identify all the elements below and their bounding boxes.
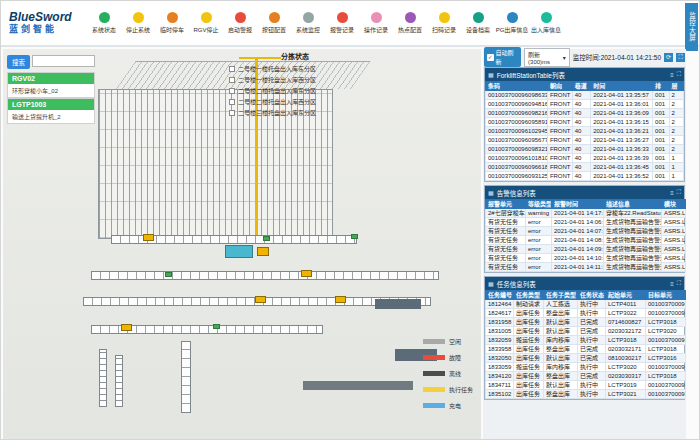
checkbox-icon[interactable] <box>229 110 235 116</box>
table-row[interactable]: 有货无任务error2021-04-01 14:08:10生成货物再运输告警通道… <box>486 236 686 245</box>
table-cell: ASRS.LG2 <box>662 218 686 227</box>
table-row[interactable]: 1835102出库任务整盘出库执行中LCTP302100100370009609… <box>486 390 686 399</box>
sorting-option[interactable]: 二号楼一楼托盘出入库西分区 <box>229 75 361 84</box>
toolbar-button[interactable]: 报警记录 <box>325 12 359 34</box>
table-row[interactable]: 1812464制动请求人工拣选执行中LCTP401100100370009609… <box>486 300 686 309</box>
table-row[interactable]: 2#七层穿梭车出口warning2021-04-01 14:17:52穿梭车22… <box>486 209 686 218</box>
table-menu-icon[interactable]: ≡ <box>670 190 674 196</box>
table-row[interactable]: 0010037000960986339FRONT402021-04-01 13:… <box>486 91 684 100</box>
table-cell: 0010037000960966 <box>646 390 686 399</box>
table-cell: 制动请求 <box>514 300 544 309</box>
agv-icon[interactable] <box>301 270 312 277</box>
lift-column <box>115 355 123 407</box>
table-row[interactable]: 0010037000961018106FRONT402021-04-01 13:… <box>486 154 684 163</box>
checkbox-icon[interactable] <box>229 66 235 72</box>
table-row[interactable]: 有货无任务error2021-04-01 14:11:36生成货物再运输告警通道… <box>486 263 686 272</box>
table-row[interactable]: 0010037000960982162FRONT402021-04-01 13:… <box>486 109 684 118</box>
table-row[interactable]: 1831005出库任务默认出库已完成0203032172LCTP3020 <box>486 327 686 336</box>
table-cell: error <box>526 218 552 227</box>
search-input[interactable] <box>32 55 95 67</box>
table-expand-icon[interactable]: ⛶ <box>677 189 681 196</box>
table-row[interactable]: 0010037000960966186FRONT402021-04-01 13:… <box>486 163 684 172</box>
table-row[interactable]: 有货无任务error2021-04-01 14:07:32生成货物再运输告警通道… <box>486 227 686 236</box>
monitor-screen-tab[interactable]: 监控大屏 <box>685 3 698 51</box>
toolbar-button[interactable]: 启动警报 <box>223 12 257 34</box>
table-cell: 2021-04-01 14:10:17 <box>552 254 604 263</box>
legend-item: 充电 <box>423 401 473 410</box>
table-cell: 0010037000960983218 <box>486 145 548 154</box>
table-cell: 整盘出库 <box>544 309 578 318</box>
table-title-bar: ▦ 任务信息列表 ≡ ⛶ <box>485 277 684 290</box>
sorting-option[interactable]: 二号楼二楼托盘出入库西分区 <box>229 97 361 106</box>
table-row[interactable]: 1833059搬运任务库内移库执行中LCTP302000100370009609… <box>486 363 686 372</box>
toolbar-button[interactable]: PG出库信息 <box>495 12 529 34</box>
table-row[interactable]: 1832059搬运任务库内移库执行中LCTP301800100370009609… <box>486 336 686 345</box>
table-cell: error <box>526 245 552 254</box>
top-toolbar: BlueSword 蓝剑智能 系统状态 停止系统 临时停车 <box>1 1 699 47</box>
toolbar-button[interactable]: 操作记录 <box>359 12 393 34</box>
sorting-option[interactable]: 二号楼二楼托盘出入库东分区 <box>229 86 361 95</box>
toolbar-button[interactable]: 扫码记录 <box>427 12 461 34</box>
table-row[interactable]: 1831958出库任务默认出库已完成0714600827LCTP3018 <box>486 318 686 327</box>
table-cell: 2021-04-01 14:07:32 <box>552 227 604 236</box>
table-cell: 2021-04-01 13:36:09 <box>591 109 653 118</box>
toolbar-button[interactable]: 临时停车 <box>155 12 189 34</box>
table-row[interactable]: 1824617出库任务整盘出库执行中LCTP302200100370009609… <box>486 309 686 318</box>
table-row[interactable]: 1833958出库任务整盘出库已完成0203032171LCTP3018 <box>486 345 686 354</box>
table-cell: 2021-04-01 14:11:36 <box>552 263 604 272</box>
refresh-icon[interactable]: ⟳ <box>664 53 673 62</box>
table-expand-icon[interactable]: ⛶ <box>677 280 681 287</box>
auto-refresh-toggle[interactable]: ✓ 自动刷新 <box>484 47 521 67</box>
grid-icon: ▦ <box>488 189 494 196</box>
expand-icon[interactable]: ⛶ <box>676 53 685 62</box>
agv-icon[interactable] <box>143 234 154 241</box>
device-card[interactable]: RGV02 环形穿梭小车_02 <box>7 72 95 98</box>
table-cell: 默认出库 <box>544 318 578 327</box>
table-row[interactable]: 1834711出库任务默认出库执行中LCTP301900100370009609… <box>486 381 686 390</box>
table-row[interactable]: 0010037000960948168FRONT402021-04-01 13:… <box>486 100 684 109</box>
table-row[interactable]: 0010037000960983218FRONT402021-04-01 13:… <box>486 145 684 154</box>
table-row[interactable]: 0010037000960958917FRONT402021-04-01 13:… <box>486 118 684 127</box>
toolbar-icon <box>235 12 246 23</box>
table-cell: 2 <box>669 145 683 154</box>
sorting-option[interactable]: 二号楼一楼托盘出入库东分区 <box>229 64 361 73</box>
table-row[interactable]: 有货无任务error2021-04-01 14:09:02生成货物再运输告警通道… <box>486 245 686 254</box>
table-expand-icon[interactable]: ⛶ <box>677 71 681 78</box>
refresh-rate-select[interactable]: 刷新(300)ms ▾ <box>524 48 570 67</box>
table-row[interactable]: 0010037000960956770FRONT402021-04-01 13:… <box>486 136 684 145</box>
checkbox-icon[interactable] <box>229 99 235 105</box>
table-row[interactable]: 有货无任务error2021-04-01 14:06:54生成货物再运输告警通道… <box>486 218 686 227</box>
toolbar-button[interactable]: 系统状态 <box>87 12 121 34</box>
table-row[interactable]: 0010037000960931251FRONT402021-04-01 13:… <box>486 172 684 181</box>
palletizer-icon <box>225 245 253 258</box>
table-row[interactable]: 有货无任务error2021-04-01 14:10:17生成货物再运输告警通道… <box>486 254 686 263</box>
agv-icon[interactable] <box>121 324 132 331</box>
agv-icon[interactable] <box>335 296 346 303</box>
toolbar-button[interactable]: 系统监控 <box>291 12 325 34</box>
warehouse-3d-view[interactable]: 搜索 RGV02 环形穿梭小车_02 LGTP1003 输送上货提升机_2 <box>3 49 481 439</box>
toolbar-button[interactable]: 按钮配置 <box>257 12 291 34</box>
table-cell: 40 <box>572 172 591 181</box>
table-row[interactable]: 0010037000961029457FRONT402021-04-01 13:… <box>486 127 684 136</box>
table-cell: 生成货物再运输告警通道 <box>604 227 662 236</box>
toolbar-button[interactable]: 热点配置 <box>393 12 427 34</box>
device-card[interactable]: LGTP1003 输送上货提升机_2 <box>7 98 95 124</box>
table-cell: 生成货物再运输告警通道 <box>604 245 662 254</box>
search-button[interactable]: 搜索 <box>7 55 30 69</box>
toolbar-button[interactable]: 设备档案 <box>461 12 495 34</box>
table-head: 任务编号任务类型任务子类型任务状态起始单元目标单元 <box>486 291 686 300</box>
checkbox-icon[interactable] <box>229 77 235 83</box>
table-cell: 任务状态 <box>578 291 606 300</box>
table-row[interactable]: 1834120出库任务整盘出库已完成0203030317LCTP3018 <box>486 372 686 381</box>
table-menu-icon[interactable]: ≡ <box>670 281 674 287</box>
table-row[interactable]: 1832050出库任务默认出库已完成0810030217LCTP3016 <box>486 354 686 363</box>
sorting-option[interactable]: 二号楼三楼托盘出入库东分区 <box>229 108 361 117</box>
grid-icon: ▦ <box>488 280 494 287</box>
toolbar-button[interactable]: 出入库信息 <box>529 12 563 34</box>
toolbar-button[interactable]: RGV停止 <box>189 12 223 34</box>
toolbar-button[interactable]: 停止系统 <box>121 12 155 34</box>
table-cell: 出库任务 <box>514 309 544 318</box>
agv-icon[interactable] <box>255 296 266 303</box>
checkbox-icon[interactable] <box>229 88 235 94</box>
table-menu-icon[interactable]: ≡ <box>670 72 674 78</box>
